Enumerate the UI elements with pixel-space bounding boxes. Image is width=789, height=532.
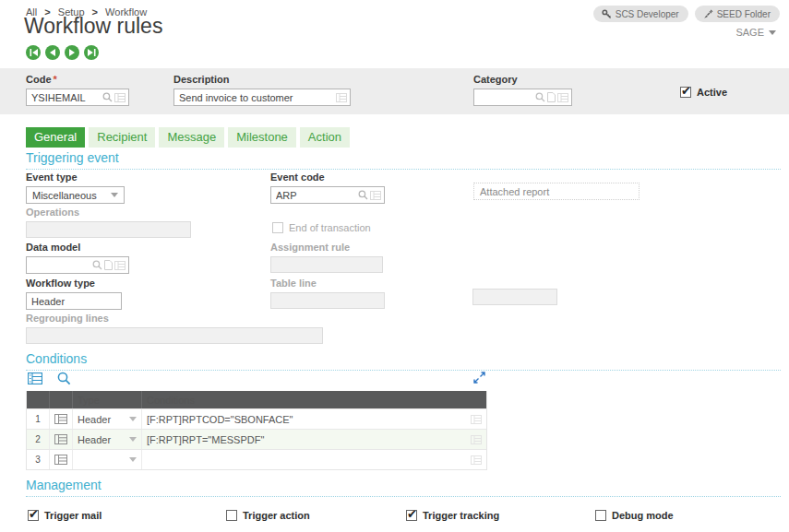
detail-grid-icon[interactable] [114, 261, 126, 270]
chevron-down-icon [769, 30, 776, 35]
event-type-select[interactable]: Miscellaneous [26, 186, 125, 204]
trigger-mail-field[interactable]: Trigger mail [28, 510, 102, 521]
detail-grid-icon[interactable] [336, 93, 347, 102]
event-code-input[interactable] [274, 190, 356, 201]
expand-icon[interactable] [473, 372, 485, 384]
chevron-down-icon [111, 193, 118, 197]
folder-button[interactable]: SEED Folder [695, 6, 780, 22]
card-view-icon[interactable] [50, 430, 73, 449]
detail-grid-icon[interactable] [471, 455, 482, 465]
tab-action[interactable]: Action [300, 127, 350, 148]
trigger-mail-checkbox[interactable] [28, 510, 39, 521]
endpoint-selector[interactable]: SAGE [735, 27, 776, 38]
card-view-icon[interactable] [50, 409, 73, 429]
condition-row: 1 Header [F:RPT]RPTCOD="SBONFACE" [27, 408, 486, 429]
detail-grid-icon[interactable] [471, 415, 482, 424]
endpoint-label: SAGE [735, 27, 764, 38]
trigger-action-field[interactable]: Trigger action [226, 510, 310, 521]
last-record-button[interactable] [84, 45, 99, 60]
workflow-rules-page: All > Setup > Workflow SCS Developer SEE… [0, 0, 789, 532]
first-record-button[interactable] [26, 45, 41, 60]
card-view-icon[interactable] [50, 450, 73, 469]
attached-report-display: Attached report [473, 183, 640, 200]
description-field: Description [173, 74, 351, 106]
condition-row: 3 [27, 449, 486, 469]
operations-field: Operations [26, 207, 191, 238]
detail-grid-icon[interactable] [557, 93, 568, 102]
regrouping-lines-input [26, 327, 323, 344]
type-select[interactable] [73, 450, 142, 469]
search-icon[interactable] [102, 92, 113, 102]
end-of-transaction-label: End of transaction [289, 222, 371, 233]
required-marker: * [54, 74, 57, 85]
detail-grid-icon[interactable] [370, 191, 381, 200]
description-label: Description [173, 74, 351, 85]
trigger-action-label: Trigger action [243, 510, 310, 521]
search-icon[interactable] [57, 372, 71, 385]
trigger-action-checkbox[interactable] [226, 510, 237, 521]
search-icon[interactable] [358, 190, 368, 200]
card-view-icon[interactable] [28, 372, 42, 384]
end-of-transaction-checkbox [272, 222, 283, 233]
regrouping-lines-label: Regrouping lines [26, 313, 323, 324]
conditions-heading: Conditions [26, 351, 781, 371]
event-type-field: Event type Miscellaneous [26, 171, 125, 204]
active-label: Active [697, 87, 727, 98]
conditions-table: Type Conditions 1 Header [F:RPT]RPTCOD="… [26, 391, 487, 470]
search-icon[interactable] [535, 92, 545, 102]
debug-mode-checkbox[interactable] [595, 510, 606, 521]
category-input[interactable] [477, 92, 533, 103]
chevron-down-icon [129, 417, 137, 421]
workflow-type-field: Workflow type [26, 278, 122, 310]
trigger-tracking-checkbox[interactable] [406, 510, 417, 521]
table-line-extra-input [472, 289, 557, 305]
workflow-type-label: Workflow type [26, 278, 122, 289]
workflow-type-input[interactable] [30, 296, 118, 307]
page-icon[interactable] [104, 260, 113, 270]
operations-input [26, 221, 191, 238]
tab-general[interactable]: General [26, 127, 85, 148]
data-model-input[interactable] [30, 260, 90, 271]
tab-milestone[interactable]: Milestone [228, 127, 296, 148]
table-line-label: Table line [270, 278, 385, 289]
folder-button-label: SEED Folder [717, 9, 771, 19]
trigger-mail-label: Trigger mail [44, 510, 102, 521]
next-record-button[interactable] [65, 45, 79, 60]
condition-cell[interactable] [142, 455, 486, 465]
type-select[interactable]: Header [73, 430, 142, 449]
row-number-column-header [27, 391, 50, 408]
tab-recipient[interactable]: Recipient [89, 127, 155, 148]
code-input[interactable] [30, 92, 101, 103]
trigger-tracking-label: Trigger tracking [423, 510, 499, 521]
search-icon[interactable] [92, 260, 102, 270]
data-model-label: Data model [26, 242, 129, 253]
category-label: Category [473, 74, 572, 85]
record-identity-band: Code* Description Category [0, 68, 789, 114]
chevron-down-icon [129, 457, 137, 462]
active-checkbox-field[interactable]: Active [680, 87, 727, 98]
event-code-field: Event code [270, 171, 385, 204]
previous-record-button[interactable] [45, 45, 60, 60]
condition-cell[interactable]: [F:RPT]RPT="MESSPDF" [142, 434, 486, 445]
page-icon[interactable] [547, 92, 556, 102]
active-checkbox[interactable] [680, 87, 691, 98]
code-field: Code* [26, 74, 129, 106]
row-action-column-header [50, 391, 73, 408]
description-input[interactable] [177, 92, 334, 103]
type-select[interactable]: Header [73, 409, 142, 429]
debug-mode-label: Debug mode [612, 510, 674, 521]
assignment-rule-input [270, 256, 383, 273]
record-navigation [26, 45, 99, 60]
session-buttons: SCS Developer SEED Folder [593, 6, 780, 22]
data-model-field: Data model [26, 242, 129, 274]
detail-grid-icon[interactable] [471, 435, 482, 444]
trigger-tracking-field[interactable]: Trigger tracking [406, 510, 499, 521]
event-code-label: Event code [270, 171, 385, 183]
condition-cell[interactable]: [F:RPT]RPTCOD="SBONFACE" [142, 414, 486, 425]
operations-label: Operations [26, 207, 191, 218]
assignment-rule-field: Assignment rule [270, 242, 383, 273]
user-button[interactable]: SCS Developer [593, 6, 688, 22]
tab-message[interactable]: Message [159, 127, 224, 148]
detail-grid-icon[interactable] [114, 93, 126, 102]
debug-mode-field[interactable]: Debug mode [595, 510, 674, 521]
